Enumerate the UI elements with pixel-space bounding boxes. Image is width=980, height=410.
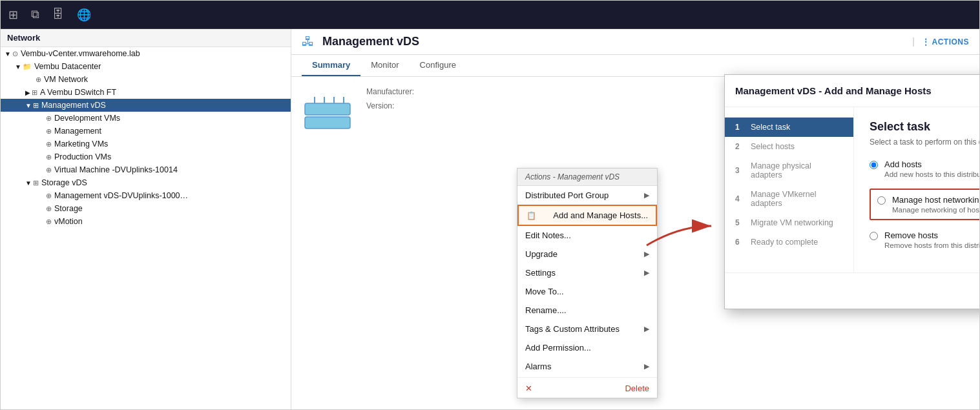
sidebar-item-mgmtdvuplinks[interactable]: ⊕ Management vDS-DVUplinks-1000…	[1, 189, 291, 202]
context-menu: Actions - Management vDS Distributed Por…	[517, 168, 658, 398]
stack-icon[interactable]: ⧉	[31, 8, 39, 21]
vmuplinks-icon: ⊕	[46, 166, 52, 174]
context-menu-item-add-permission-label: Add Permission...	[525, 343, 591, 353]
context-menu-item-rename-label: Rename....	[525, 305, 567, 315]
devvms-icon: ⊕	[46, 114, 52, 123]
vmotion-icon: ⊕	[46, 218, 52, 226]
main-layout: Network ▼ ⊙ Vembu-vCenter.vmwarehome.lab…	[1, 29, 979, 409]
wizard-step-5[interactable]: 5 Migrate VM networking	[725, 213, 853, 232]
context-menu-separator	[517, 377, 657, 378]
context-menu-item-move-to[interactable]: Move To...	[517, 282, 657, 301]
context-menu-item-alarms[interactable]: Alarms ▶	[517, 357, 657, 376]
content-area: 🖧 Management vDS ⋮ ACTIONS Summary Monit…	[291, 29, 979, 409]
sidebar: Network ▼ ⊙ Vembu-vCenter.vmwarehome.lab…	[1, 29, 291, 409]
wizard-step-3-label: Manage physical adapters	[751, 161, 843, 179]
wizard-dialog-title: Management vDS - Add and Manage Hosts	[735, 85, 932, 96]
context-menu-item-edit-notes[interactable]: Edit Notes...	[517, 226, 657, 245]
sidebar-item-devvms[interactable]: ⊕ Development VMs	[1, 112, 291, 125]
tab-summary[interactable]: Summary	[302, 55, 360, 76]
radio-option-remove-hosts: Remove hosts Remove hosts from this dist…	[870, 231, 979, 249]
vmnetwork-label: VM Network	[44, 75, 88, 84]
submenu-arrow-alarms: ▶	[644, 362, 649, 371]
sidebar-item-storage[interactable]: ⊕ Storage	[1, 202, 291, 215]
sidebar-item-mgmtvds[interactable]: ▼ ⊞ Management vDS	[1, 99, 291, 112]
context-menu-header: Actions - Management vDS	[517, 169, 657, 186]
mgmtvds-label: Management vDS	[41, 101, 106, 110]
globe-icon[interactable]: 🌐	[77, 8, 91, 22]
vmnetwork-icon: ⊕	[36, 76, 41, 84]
context-menu-item-tags-custom[interactable]: Tags & Custom Attributes ▶	[517, 320, 657, 338]
sidebar-item-datacenter[interactable]: ▼ 📁 Vembu Datacenter	[1, 60, 291, 73]
storage-label: Storage	[54, 204, 83, 213]
context-menu-item-settings-label: Settings	[525, 268, 556, 278]
context-menu-item-upgrade[interactable]: Upgrade ▶	[517, 245, 657, 263]
collapse-arrow-mgmtvds[interactable]: ▼	[25, 102, 32, 109]
actions-button[interactable]: ⋮ ACTIONS	[913, 37, 969, 46]
wizard-step-3-num: 3	[735, 166, 745, 175]
tab-monitor[interactable]: Monitor	[360, 55, 409, 76]
wizard-step-4-label: Manage VMkernel adapters	[751, 190, 843, 208]
context-menu-item-rename[interactable]: Rename....	[517, 301, 657, 320]
wizard-step-6[interactable]: 6 Ready to complete	[725, 232, 853, 252]
context-menu-item-settings[interactable]: Settings ▶	[517, 263, 657, 282]
radio-add-hosts[interactable]	[870, 161, 878, 169]
vmotion-label: vMotion	[54, 217, 83, 226]
wizard-content: 1 Select task 2 Select hosts 3 Manage ph…	[725, 107, 979, 272]
context-menu-item-move-to-label: Move To...	[525, 287, 564, 296]
vcenter-label: Vembu-vCenter.vmwarehome.lab	[21, 49, 140, 58]
summary-info: Manufacturer: Version:	[366, 87, 444, 139]
sidebar-item-vmnetwork[interactable]: ⊕ VM Network	[1, 73, 291, 86]
sidebar-item-mgmt[interactable]: ⊕ Management	[1, 125, 291, 138]
collapse-arrow-datacenter[interactable]: ▼	[15, 63, 21, 70]
wizard-step-2-label: Select hosts	[751, 142, 795, 151]
collapse-arrow-adswitch[interactable]: ▶	[25, 89, 30, 96]
sidebar-item-adswitch[interactable]: ▶ ⊞ A Vembu DSwitch FT	[1, 86, 291, 99]
device-diagram-icon	[302, 94, 353, 132]
sidebar-item-vcenter[interactable]: ▼ ⊙ Vembu-vCenter.vmwarehome.lab	[1, 47, 291, 60]
content-header-icon: 🖧	[302, 34, 315, 49]
collapse-arrow-storagevds[interactable]: ▼	[25, 179, 32, 187]
tab-configure[interactable]: Configure	[410, 55, 466, 76]
context-menu-item-add-manage-hosts[interactable]: 📋 Add and Manage Hosts...	[517, 205, 657, 226]
context-menu-item-delete[interactable]: ✕ Delete	[517, 379, 657, 398]
wizard-step-3[interactable]: 3 Manage physical adapters	[725, 156, 853, 185]
wizard-task-subtitle: Select a task to perform on this distrib…	[870, 138, 979, 147]
radio-manage-networking[interactable]	[877, 196, 886, 205]
wizard-step-4[interactable]: 4 Manage VMkernel adapters	[725, 185, 853, 213]
submenu-arrow-tags-custom: ▶	[644, 325, 649, 333]
db-icon[interactable]: 🗄	[52, 8, 64, 21]
sidebar-item-storagevds[interactable]: ▼ ⊞ Storage vDS	[1, 176, 291, 189]
wizard-step-1[interactable]: 1 Select task	[725, 118, 853, 137]
context-menu-item-delete-label: Delete	[625, 384, 649, 393]
sidebar-item-vmuplinks[interactable]: ⊕ Virtual Machine -DVUplinks-10014	[1, 163, 291, 176]
wizard-step-2-num: 2	[735, 142, 745, 151]
context-menu-item-edit-notes-label: Edit Notes...	[525, 231, 571, 240]
wizard-step-4-num: 4	[735, 194, 745, 203]
submenu-arrow-distributed-port-group: ▶	[644, 191, 649, 200]
wizard-step-2[interactable]: 2 Select hosts	[725, 137, 853, 156]
radio-remove-hosts[interactable]	[870, 232, 878, 240]
collapse-arrow[interactable]: ▼	[5, 50, 11, 57]
mgmt-label: Management	[54, 127, 101, 136]
radio-manage-networking-content: Manage host networking Manage networking…	[892, 195, 979, 214]
network-section-header: Network	[1, 29, 291, 47]
datacenter-icon: 📁	[23, 63, 32, 71]
radio-option-manage-networking: Manage host networking Manage networking…	[870, 189, 979, 220]
panel-toggle-icon[interactable]: ⊞	[8, 8, 18, 22]
sidebar-item-vmotion[interactable]: ⊕ vMotion	[1, 215, 291, 228]
context-menu-item-add-permission[interactable]: Add Permission...	[517, 338, 657, 357]
wizard-dialog: Management vDS - Add and Manage Hosts × …	[724, 74, 979, 309]
adswitch-icon: ⊞	[32, 88, 37, 97]
context-menu-item-distributed-port-group[interactable]: Distributed Port Group ▶	[517, 186, 657, 205]
storagevds-label: Storage vDS	[41, 178, 87, 187]
mktgvms-icon: ⊕	[46, 140, 52, 149]
radio-remove-hosts-content: Remove hosts Remove hosts from this dist…	[884, 231, 979, 249]
wizard-step-1-label: Select task	[751, 123, 790, 132]
add-manage-icon: 📋	[526, 211, 536, 220]
storage-icon: ⊕	[46, 205, 52, 213]
radio-remove-hosts-desc: Remove hosts from this distributed switc…	[884, 241, 979, 249]
sidebar-item-mktgvms[interactable]: ⊕ Marketing VMs	[1, 138, 291, 150]
mktgvms-label: Marketing VMs	[54, 139, 108, 149]
context-menu-item-alarms-label: Alarms	[525, 362, 551, 371]
sidebar-item-prodvms[interactable]: ⊕ Production VMs	[1, 150, 291, 163]
